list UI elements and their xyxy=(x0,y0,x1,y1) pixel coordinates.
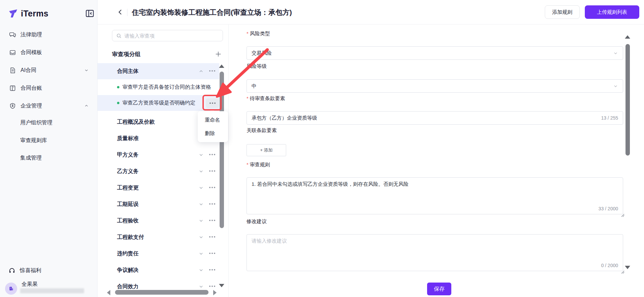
sidebar-item-label: 合同台账 xyxy=(21,85,42,92)
chevron-down-icon[interactable] xyxy=(198,202,204,207)
menu-item-rename[interactable]: 重命名 xyxy=(198,113,228,127)
scroll-up-arrow[interactable] xyxy=(219,65,224,68)
avatar[interactable] xyxy=(5,283,17,295)
add-rule-button[interactable]: 添加规则 xyxy=(545,5,580,19)
sidebar-item-label: 法律助理 xyxy=(21,31,42,38)
sidebar-item-ai-contract[interactable]: AI合同 xyxy=(0,63,98,78)
save-button[interactable]: 保存 xyxy=(427,283,451,295)
group-row-selected[interactable]: 合同主体 xyxy=(98,63,219,79)
char-counter: 0 / 2000 xyxy=(601,263,618,268)
chevron-down-icon xyxy=(613,51,618,56)
review-item-more-icon[interactable] xyxy=(206,98,219,108)
chat-icon xyxy=(9,31,16,38)
logo-text: iTerms xyxy=(21,9,48,18)
review-item-row-selected[interactable]: 审查乙方资质等级是否明确约定 xyxy=(98,95,219,111)
template-icon xyxy=(9,49,16,56)
group-label: 合同主体 xyxy=(117,68,139,75)
required-asterisk: * xyxy=(247,162,249,167)
group-more-icon[interactable] xyxy=(209,286,215,287)
group-more-icon[interactable] xyxy=(209,253,215,254)
group-row[interactable]: 争议解决 xyxy=(98,262,219,278)
sidebar-item-contract-template[interactable]: 合同模板 xyxy=(0,45,98,60)
vertical-scrollbar-thumb[interactable] xyxy=(220,72,224,228)
ledger-icon xyxy=(9,85,16,92)
sidebar-item-enterprise-management[interactable]: 企业管理 xyxy=(0,98,98,113)
risk-type-value: 交易风险 xyxy=(252,50,272,56)
chevron-down-icon[interactable] xyxy=(198,251,204,256)
clause-element-input[interactable] xyxy=(252,115,601,121)
org-icon xyxy=(9,102,16,110)
chevron-down-icon[interactable] xyxy=(198,218,204,223)
vertical-scrollbar-thumb[interactable] xyxy=(626,44,630,156)
group-row[interactable]: 工期延误 xyxy=(98,196,219,212)
group-label: 甲方义务 xyxy=(117,152,139,159)
headset-icon xyxy=(8,267,15,274)
resize-handle-icon[interactable] xyxy=(620,213,624,217)
horizontal-scrollbar-thumb[interactable] xyxy=(115,290,209,295)
back-icon[interactable] xyxy=(117,8,125,16)
review-item-row[interactable]: 审查甲方是否具备签订合同的主体资格 xyxy=(98,79,219,95)
group-more-icon[interactable] xyxy=(209,170,215,172)
menu-item-delete[interactable]: 删除 xyxy=(198,127,228,140)
risk-level-value: 中 xyxy=(252,83,257,89)
review-rule-textarea[interactable]: 1. 若合同中未勾选或填写乙方企业资质等级，则存在风险。否则无风险 xyxy=(247,178,623,204)
welfare-label: 惊喜福利 xyxy=(20,267,41,274)
group-more-icon[interactable] xyxy=(209,220,215,221)
group-row[interactable]: 工程验收 xyxy=(98,213,219,229)
chevron-down-icon[interactable] xyxy=(198,185,204,190)
chevron-down-icon[interactable] xyxy=(198,284,204,289)
sidebar-item-legal-assistant[interactable]: 法律助理 xyxy=(0,27,98,42)
sidebar-item-integration-management[interactable]: 集成管理 xyxy=(0,151,98,165)
review-items-panel: 审查项分组 合同主体 审查甲方是否具备签订合同的主体资格 审查乙方资质等级是否明… xyxy=(98,25,229,297)
risk-type-select[interactable]: 交易风险 xyxy=(247,46,623,60)
group-label: 合同效力 xyxy=(117,283,139,290)
page-title: 住宅室内装饰装修工程施工合同(审查立场：承包方) xyxy=(132,8,292,17)
add-related-element-button[interactable]: + 添加 xyxy=(247,144,286,156)
chevron-down-icon[interactable] xyxy=(198,169,204,174)
status-dot xyxy=(117,86,119,88)
sidebar-item-user-org-management[interactable]: 用户组织管理 xyxy=(0,116,98,129)
app-logo: iTerms xyxy=(8,7,92,19)
scroll-right-arrow[interactable] xyxy=(213,290,217,295)
sidebar-item-label: AI合同 xyxy=(21,67,36,74)
suggestion-textarea[interactable] xyxy=(247,235,623,261)
rule-detail-form: *风险类型 交易风险 风险等级 中 *待审查条款要素 13 / 255 关联条款… xyxy=(229,25,644,297)
sidebar-item-contract-ledger[interactable]: 合同台账 xyxy=(0,81,98,95)
resize-handle-icon[interactable] xyxy=(620,270,624,274)
chevron-down-icon[interactable] xyxy=(198,152,204,158)
sidebar-item-welfare[interactable]: 惊喜福利 xyxy=(0,263,98,278)
chevron-down-icon[interactable] xyxy=(198,267,204,273)
char-counter: 33 / 2000 xyxy=(599,206,618,211)
group-more-icon[interactable] xyxy=(209,269,215,270)
chevron-up-icon[interactable] xyxy=(198,69,204,74)
redacted-user-info xyxy=(20,288,84,293)
group-more-icon[interactable] xyxy=(209,187,215,188)
group-row[interactable]: 工程变更 xyxy=(98,180,219,196)
sidebar-collapse-icon[interactable] xyxy=(83,7,96,20)
risk-level-select[interactable]: 中 xyxy=(247,79,623,93)
ai-contract-icon xyxy=(9,67,16,74)
group-row[interactable]: 甲方义务 xyxy=(98,147,219,163)
upload-rules-button[interactable]: 上传规则列表 xyxy=(585,5,639,19)
group-row[interactable]: 违约责任 xyxy=(98,246,219,262)
scroll-down-arrow[interactable] xyxy=(625,266,630,269)
group-row[interactable]: 工程款支付 xyxy=(98,229,219,245)
clause-element-field: 13 / 255 xyxy=(247,111,623,125)
sidebar-item-review-rule-library[interactable]: 审查规则库 xyxy=(0,134,98,147)
group-more-icon[interactable] xyxy=(209,236,215,238)
related-elements-label: 关联条款要素 xyxy=(247,127,277,134)
scroll-down-arrow[interactable] xyxy=(219,284,224,287)
sidebar-item-label: 合同模板 xyxy=(21,49,42,56)
group-more-icon[interactable] xyxy=(209,154,215,155)
group-row[interactable]: 乙方义务 xyxy=(98,163,219,179)
chevron-down-icon[interactable] xyxy=(198,235,204,240)
suggestion-field: 0 / 2000 xyxy=(247,234,623,271)
scroll-up-arrow[interactable] xyxy=(625,35,630,39)
scroll-left-arrow[interactable] xyxy=(107,290,110,295)
group-label: 争议解决 xyxy=(117,267,139,274)
group-label: 工程款支付 xyxy=(117,234,144,241)
group-more-icon[interactable] xyxy=(209,70,215,72)
search-input[interactable] xyxy=(124,33,223,39)
add-group-icon[interactable] xyxy=(215,50,223,58)
group-more-icon[interactable] xyxy=(209,203,215,205)
